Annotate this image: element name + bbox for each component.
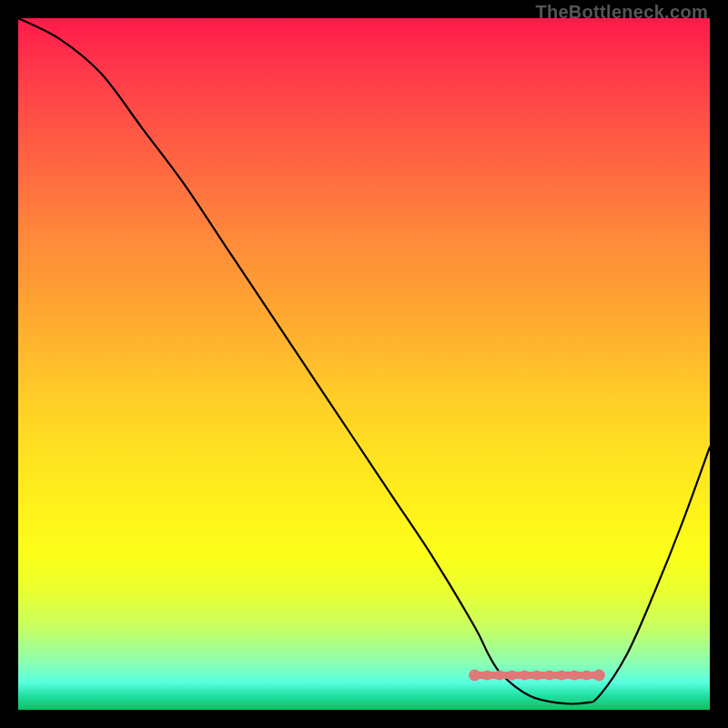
chart-plot-area	[18, 18, 710, 710]
attribution-text: TheBottleneck.com	[535, 2, 708, 23]
